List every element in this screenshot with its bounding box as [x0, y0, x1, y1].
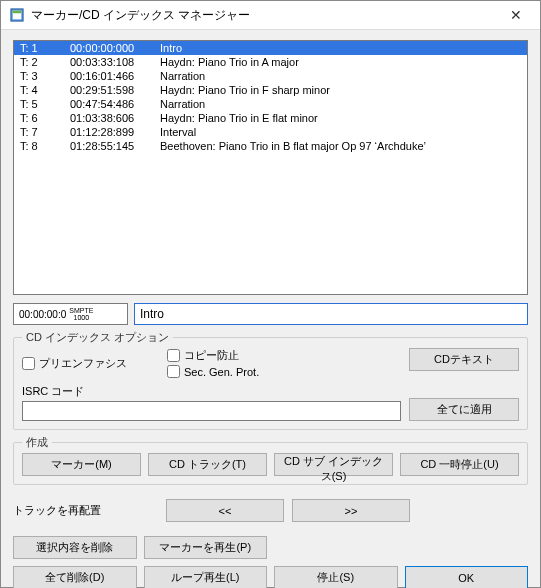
close-icon: ✕	[510, 7, 522, 23]
create-cd-subindex-button[interactable]: CD サブ インデックス(S)	[274, 453, 393, 476]
track-row[interactable]: T: 400:29:51:598Haydn: Piano Trio in F s…	[14, 83, 527, 97]
move-prev-button[interactable]: <<	[166, 499, 284, 522]
svg-rect-2	[13, 11, 22, 14]
create-cd-track-button[interactable]: CD トラック(T)	[148, 453, 267, 476]
delete-all-button[interactable]: 全て削除(D)	[13, 566, 137, 588]
delete-selection-button[interactable]: 選択内容を削除	[13, 536, 137, 559]
smpte-label: SMPTE 1000	[69, 307, 93, 321]
content-area: T: 100:00:00:000IntroT: 200:03:33:108Hay…	[1, 30, 540, 588]
cd-text-button[interactable]: CDテキスト	[409, 348, 519, 371]
rearrange-label: トラックを再配置	[13, 503, 158, 518]
cd-index-options-group: CD インデックス オプション プリエンファシス コピー防止	[13, 337, 528, 430]
track-row[interactable]: T: 701:12:28:899Interval	[14, 125, 527, 139]
track-index: T: 8	[20, 139, 70, 153]
track-index: T: 3	[20, 69, 70, 83]
sec-gen-prot-checkbox[interactable]: Sec. Gen. Prot.	[167, 365, 259, 378]
close-button[interactable]: ✕	[493, 1, 538, 29]
move-next-button[interactable]: >>	[292, 499, 410, 522]
isrc-label: ISRC コード	[22, 384, 401, 399]
cd-index-options-title: CD インデックス オプション	[22, 330, 173, 345]
track-row[interactable]: T: 200:03:33:108Haydn: Piano Trio in A m…	[14, 55, 527, 69]
create-group: 作成 マーカー(M) CD トラック(T) CD サブ インデックス(S) CD…	[13, 442, 528, 485]
play-marker-button[interactable]: マーカーを再生(P)	[144, 536, 268, 559]
editor-row: 00:00:00:0 SMPTE 1000	[13, 303, 528, 325]
spacer	[274, 536, 398, 559]
time-value: 00:00:00:0	[19, 309, 66, 320]
track-time: 00:03:33:108	[70, 55, 160, 69]
track-name: Haydn: Piano Trio in A major	[160, 55, 521, 69]
track-time: 00:16:01:466	[70, 69, 160, 83]
track-name: Narration	[160, 97, 521, 111]
track-name: Haydn: Piano Trio in E flat minor	[160, 111, 521, 125]
stop-button[interactable]: 停止(S)	[274, 566, 398, 588]
track-index: T: 1	[20, 41, 70, 55]
spacer	[405, 536, 529, 559]
track-index: T: 5	[20, 97, 70, 111]
apply-all-button[interactable]: 全てに適用	[409, 398, 519, 421]
track-name: Narration	[160, 69, 521, 83]
app-icon	[9, 7, 25, 23]
track-index: T: 6	[20, 111, 70, 125]
dialog-window: マーカー/CD インデックス マネージャー ✕ T: 100:00:00:000…	[0, 0, 541, 588]
create-marker-button[interactable]: マーカー(M)	[22, 453, 141, 476]
track-time: 01:03:38:606	[70, 111, 160, 125]
loop-play-button[interactable]: ループ再生(L)	[144, 566, 268, 588]
track-time: 00:00:00:000	[70, 41, 160, 55]
rearrange-row: トラックを再配置 << >>	[13, 499, 528, 522]
track-name: Beethoven: Piano Trio in B flat major Op…	[160, 139, 521, 153]
marker-name-input[interactable]	[134, 303, 528, 325]
track-list[interactable]: T: 100:00:00:000IntroT: 200:03:33:108Hay…	[13, 40, 528, 295]
track-time: 00:47:54:486	[70, 97, 160, 111]
track-name: Interval	[160, 125, 521, 139]
titlebar: マーカー/CD インデックス マネージャー ✕	[1, 1, 540, 30]
titlebar-title: マーカー/CD インデックス マネージャー	[31, 7, 493, 24]
track-index: T: 4	[20, 83, 70, 97]
copy-protect-checkbox[interactable]: コピー防止	[167, 348, 259, 363]
create-title: 作成	[22, 435, 52, 450]
track-time: 01:28:55:145	[70, 139, 160, 153]
track-index: T: 2	[20, 55, 70, 69]
create-cd-pause-button[interactable]: CD 一時停止(U)	[400, 453, 519, 476]
isrc-input[interactable]	[22, 401, 401, 421]
track-index: T: 7	[20, 125, 70, 139]
ok-button[interactable]: OK	[405, 566, 529, 588]
track-row[interactable]: T: 801:28:55:145Beethoven: Piano Trio in…	[14, 139, 527, 153]
track-row[interactable]: T: 601:03:38:606Haydn: Piano Trio in E f…	[14, 111, 527, 125]
track-name: Haydn: Piano Trio in F sharp minor	[160, 83, 521, 97]
time-display[interactable]: 00:00:00:0 SMPTE 1000	[13, 303, 128, 325]
track-time: 01:12:28:899	[70, 125, 160, 139]
track-row[interactable]: T: 500:47:54:486Narration	[14, 97, 527, 111]
track-row[interactable]: T: 100:00:00:000Intro	[14, 41, 527, 55]
pre-emphasis-checkbox[interactable]: プリエンファシス	[22, 348, 127, 378]
track-name: Intro	[160, 41, 521, 55]
track-time: 00:29:51:598	[70, 83, 160, 97]
track-row[interactable]: T: 300:16:01:466Narration	[14, 69, 527, 83]
bottom-buttons: 選択内容を削除 マーカーを再生(P) 全て削除(D) ループ再生(L) 停止(S…	[13, 536, 528, 588]
